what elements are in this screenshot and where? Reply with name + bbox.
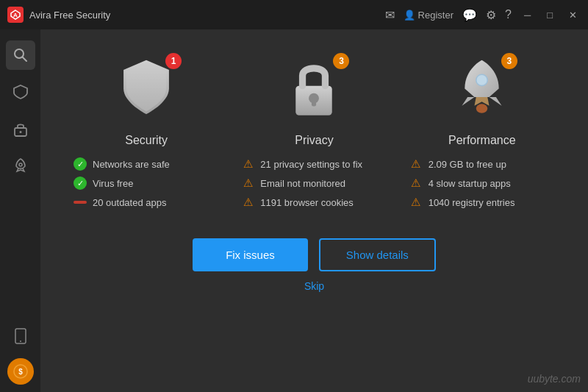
performance-title: Performance <box>448 134 516 147</box>
warning-icon: ⚠ <box>241 196 254 209</box>
security-items: ✓ Networks are safe ✓ Virus free 20 outd… <box>74 157 219 209</box>
user-icon: 👤 <box>404 10 415 21</box>
sidebar-item-shield[interactable] <box>6 77 35 107</box>
settings-icon[interactable]: ⚙ <box>486 8 496 22</box>
sidebar-item-rocket[interactable] <box>6 151 35 180</box>
sidebar-item-phone[interactable] <box>6 321 35 351</box>
list-item: ✓ Virus free <box>74 177 219 190</box>
privacy-icon-wrapper: 3 <box>277 51 351 125</box>
checkmark-icon: ✓ <box>74 157 87 171</box>
svg-text:$: $ <box>18 368 23 376</box>
list-item: ✓ Networks are safe <box>74 157 219 171</box>
app-logo: A <box>7 7 24 23</box>
svg-point-15 <box>476 74 487 85</box>
performance-icon-wrapper: 3 <box>445 51 519 125</box>
svg-point-8 <box>20 341 21 342</box>
show-details-button[interactable]: Show details <box>319 238 436 271</box>
list-item: 20 outdated apps <box>74 196 219 209</box>
list-item: ⚠ 4 slow startup apps <box>409 177 555 190</box>
list-item: ⚠ 2.09 GB to free up <box>409 157 555 171</box>
main-layout: $ <box>0 29 588 392</box>
svg-line-3 <box>22 57 26 62</box>
privacy-title: Privacy <box>295 134 333 147</box>
register-button[interactable]: 👤 Register <box>404 10 453 21</box>
security-icon-wrapper: 1 <box>110 51 183 125</box>
security-title: Security <box>125 134 168 147</box>
watermark: uubyte.com <box>528 373 581 385</box>
minimize-button[interactable]: ─ <box>520 8 534 22</box>
titlebar: A Avira Free Security ✉ 👤 Register 💬 ⚙ ?… <box>0 0 588 29</box>
warning-icon: ⚠ <box>241 177 254 190</box>
privacy-items: ⚠ 21 privacy settings to fix ⚠ Email not… <box>241 157 387 209</box>
warning-icon: ⚠ <box>409 196 423 209</box>
sidebar-item-coin[interactable]: $ <box>7 358 34 385</box>
titlebar-controls: ✉ 👤 Register 💬 ⚙ ? ─ □ ✕ <box>385 8 581 22</box>
maximize-button[interactable]: □ <box>543 8 556 22</box>
sidebar-item-lock[interactable] <box>6 114 35 143</box>
svg-rect-14 <box>312 98 316 106</box>
warning-icon: ⚠ <box>409 157 423 171</box>
sidebar: $ <box>0 29 40 392</box>
list-item: ⚠ 1191 browser cookies <box>241 196 387 209</box>
privacy-card: 3 Privacy ⚠ 21 privacy settings to fix ⚠… <box>230 44 398 216</box>
privacy-badge: 3 <box>333 53 349 69</box>
checkmark-icon: ✓ <box>74 177 87 190</box>
performance-items: ⚠ 2.09 GB to free up ⚠ 4 slow startup ap… <box>409 157 555 209</box>
action-buttons: Fix issues Show details <box>193 238 436 271</box>
warning-icon: ⚠ <box>409 177 423 190</box>
list-item: ⚠ 1040 registry entries <box>409 196 555 209</box>
content-area: 1 Security ✓ Networks are safe ✓ Virus f… <box>40 29 588 392</box>
help-icon[interactable]: ? <box>505 8 512 21</box>
app-title: Avira Free Security <box>29 10 385 21</box>
mail-icon[interactable]: ✉ <box>385 8 395 22</box>
cards-row: 1 Security ✓ Networks are safe ✓ Virus f… <box>62 44 566 216</box>
dash-icon <box>74 196 87 209</box>
sidebar-bottom: $ <box>6 321 35 392</box>
rocket-icon <box>454 57 509 120</box>
message-icon[interactable]: 💬 <box>462 8 477 22</box>
list-item: ⚠ 21 privacy settings to fix <box>241 157 387 171</box>
lock-icon <box>288 57 340 120</box>
svg-point-5 <box>19 131 21 133</box>
warning-icon: ⚠ <box>241 157 254 171</box>
security-card: 1 Security ✓ Networks are safe ✓ Virus f… <box>62 44 230 216</box>
svg-rect-11 <box>74 201 87 204</box>
list-item: ⚠ Email not monitored <box>241 177 387 190</box>
svg-text:A: A <box>13 12 18 18</box>
performance-badge: 3 <box>501 53 517 69</box>
performance-card: 3 Performance ⚠ 2.09 GB to free up ⚠ 4 s… <box>398 44 566 216</box>
svg-point-16 <box>476 104 487 113</box>
close-button[interactable]: ✕ <box>565 8 581 22</box>
svg-point-6 <box>19 163 22 166</box>
security-badge: 1 <box>165 53 182 69</box>
skip-button[interactable]: Skip <box>304 280 324 292</box>
fix-issues-button[interactable]: Fix issues <box>193 238 308 271</box>
sidebar-item-search[interactable] <box>6 40 35 70</box>
